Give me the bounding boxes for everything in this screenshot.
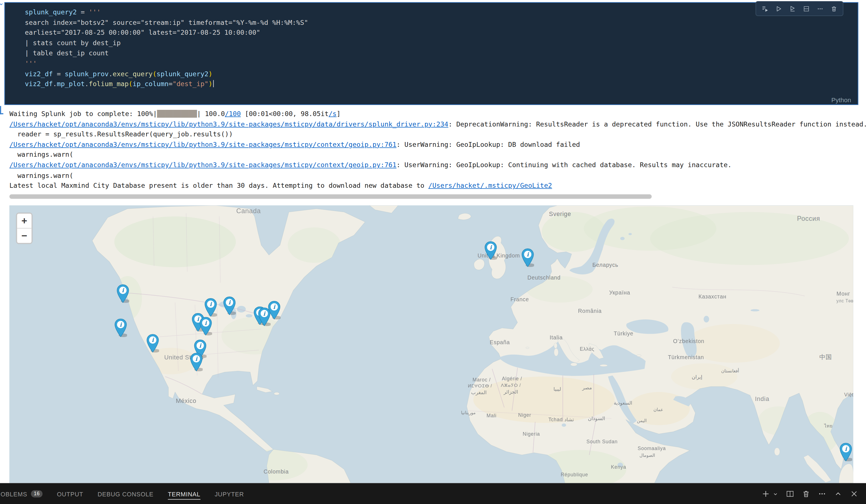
cell-toolbar (756, 1, 843, 16)
tab-label: TERMINAL (168, 491, 200, 497)
map-zoom-in-button[interactable]: + (17, 214, 32, 229)
split-cell-icon[interactable] (803, 5, 810, 12)
code-token: earliest="2017-08-25 00:00:00" latest="2… (25, 29, 260, 36)
map-pin-icon: i (223, 296, 235, 315)
output-text: Latest local Maxmind City Database prese… (9, 182, 428, 189)
output-line: /Users/hacket/opt/anaconda3/envs/msticpy… (9, 139, 866, 150)
code-line[interactable]: earliest="2017-08-25 00:00:00" latest="2… (25, 28, 308, 38)
code-token: folium_map (89, 80, 129, 88)
output-line: Latest local Maxmind City Database prese… (9, 181, 866, 191)
code-token: = (169, 80, 173, 88)
output-text: : UserWarning: GeoIpLookup: DB download … (397, 141, 580, 148)
file-link[interactable]: /Users/hacket/opt/anaconda3/envs/msticpy… (9, 141, 396, 148)
output-text: ] (337, 110, 341, 117)
code-line[interactable]: | stats count by dest_ip (25, 38, 308, 48)
code-token: viz2_df (25, 80, 53, 88)
map-marker-1[interactable]: i (223, 296, 235, 315)
problems-badge: 16 (31, 490, 43, 497)
output-line: reader = sp_results.ResultsReader(query_… (9, 129, 866, 139)
code-token: "dest_ip" (173, 80, 209, 88)
code-lines[interactable]: splunk_query2 = '''search index="botsv2"… (25, 7, 308, 89)
split-terminal-icon[interactable] (786, 490, 794, 498)
text-cursor (213, 80, 214, 87)
code-line[interactable]: splunk_query2 = ''' (25, 7, 308, 17)
code-token: = (77, 8, 89, 16)
code-token: | table dest_ip count (25, 49, 109, 57)
notebook-editor: ⌄ splunk_query2 = '''search index="botsv… (0, 0, 866, 483)
execute-above-icon[interactable] (762, 5, 768, 12)
map-marker-13[interactable]: i (484, 241, 497, 260)
map-marker-6[interactable]: i (116, 284, 129, 303)
code-token: = (53, 70, 65, 77)
panel-tab-output[interactable]: OUTPUT (50, 484, 90, 504)
file-link[interactable]: /Users/hacket/opt/anaconda3/envs/msticpy… (9, 120, 448, 127)
code-line[interactable]: viz2_df = splunk_prov.exec_query(splunk_… (25, 69, 308, 79)
launch-profile-icon[interactable] (778, 491, 778, 497)
map-zoom-control: + − (16, 213, 33, 244)
code-token: ) (209, 80, 212, 88)
file-link[interactable]: /Users/hacket/opt/anaconda3/envs/msticpy… (9, 161, 396, 169)
map-marker-14[interactable]: i (521, 248, 534, 267)
map-pin-icon: i (521, 248, 534, 267)
map-pin-icon: i (484, 241, 497, 260)
output-line: Waiting Splunk job to complete: 100%|███… (9, 109, 866, 119)
output-text: Waiting Splunk job to complete: 100%| (9, 110, 157, 117)
code-token: search index="botsv2" source="stream:ip"… (25, 19, 308, 26)
map-marker-2[interactable]: i (204, 298, 217, 317)
code-token: mp_plot (57, 80, 85, 88)
output-text: : DeprecationWarning: ResultsReader is a… (448, 120, 866, 127)
map-pin-icon: i (116, 284, 129, 303)
panel-tab-problems[interactable]: OBLEMS16 (0, 484, 50, 504)
folium-map[interactable]: CanadaSverigeРоссияUnited KingdomБеларус… (9, 205, 853, 483)
code-token: splunk_query2 (156, 70, 209, 77)
file-link[interactable]: /Users/hacket/.msticpy/GeoLite2 (429, 182, 552, 189)
map-pin-icon: i (146, 334, 159, 352)
code-line[interactable]: search index="botsv2" source="stream:ip"… (25, 18, 308, 28)
output-text: warnings.warn( (9, 151, 73, 159)
output-text: [00:01<00:00, 98.05it (241, 110, 329, 117)
map-marker-15[interactable]: i (839, 443, 852, 461)
new-terminal-icon[interactable] (762, 490, 770, 498)
panel-tabs: OBLEMS16OUTPUTDEBUG CONSOLETERMINALJUPYT… (0, 484, 251, 504)
cell-language-label[interactable]: Python (831, 97, 851, 103)
code-token: ( (129, 80, 132, 88)
output-horizontal-scrollbar[interactable] (9, 194, 652, 199)
panel-tab-debug-console[interactable]: DEBUG CONSOLE (90, 484, 161, 504)
map-pin-icon: i (190, 352, 202, 371)
more-actions-icon[interactable] (817, 5, 823, 12)
tab-label: JUPYTER (215, 491, 244, 497)
map-marker-5[interactable]: i (258, 307, 270, 326)
code-token: ''' (89, 8, 101, 16)
map-marker-9[interactable]: i (114, 318, 127, 337)
map-zoom-out-button[interactable]: − (17, 229, 32, 243)
code-line[interactable]: viz2_df.mp_plot.folium_map(ip_column="de… (25, 79, 308, 89)
file-link[interactable]: /100 (225, 110, 241, 117)
code-line[interactable]: ''' (25, 58, 308, 69)
output-text: warnings.warn( (9, 171, 73, 179)
code-token: ) (209, 70, 212, 77)
map-marker-10[interactable]: i (146, 334, 159, 352)
map-pin-icon: i (258, 307, 270, 326)
execute-below-icon[interactable] (789, 5, 796, 12)
map-marker-8[interactable]: i (199, 317, 212, 335)
close-panel-icon[interactable] (850, 490, 858, 498)
file-link[interactable]: /s (329, 110, 336, 117)
tab-label: DEBUG CONSOLE (98, 491, 153, 497)
code-token: . (53, 80, 57, 88)
map-marker-12[interactable]: i (190, 352, 202, 371)
panel-action-icons (762, 490, 866, 498)
cell-collapse-chevron-icon[interactable]: ⌄ (0, 0, 4, 7)
kill-terminal-icon[interactable] (802, 490, 810, 498)
output-collapse-icon[interactable] (0, 106, 3, 114)
notebook-code-cell[interactable]: splunk_query2 = '''search index="botsv2"… (4, 2, 858, 105)
execute-cell-icon[interactable] (775, 5, 782, 12)
panel-more-actions-icon[interactable] (818, 490, 826, 498)
delete-cell-icon[interactable] (831, 5, 837, 12)
panel-tab-jupyter[interactable]: JUPYTER (208, 484, 251, 504)
map-pin-icon: i (839, 443, 852, 461)
maximize-panel-icon[interactable] (834, 490, 842, 498)
vscode-window: ⌄ splunk_query2 = '''search index="botsv… (0, 0, 866, 504)
code-line[interactable]: | table dest_ip count (25, 48, 308, 58)
panel-tab-terminal[interactable]: TERMINAL (161, 484, 208, 504)
cell-output: Waiting Splunk job to complete: 100%|███… (9, 109, 866, 193)
